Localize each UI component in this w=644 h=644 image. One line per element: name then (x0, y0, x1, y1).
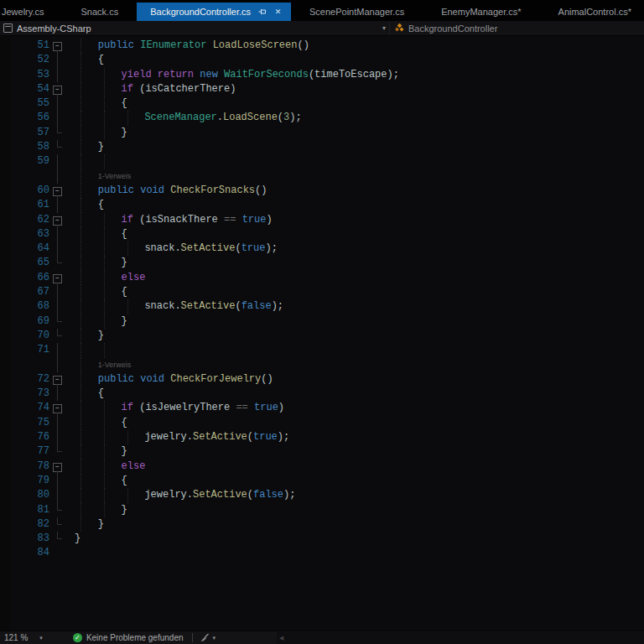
code-text: yield return new WaitForSeconds(timeToEs… (66, 68, 399, 82)
code-line: 62if (isSnackThere == true) (0, 213, 644, 227)
code-line: 73{ (0, 387, 644, 401)
code-token: == (224, 214, 236, 226)
code-line: 56SceneManager.LoadScene(3); (0, 111, 644, 125)
fold-collapse-icon[interactable] (49, 213, 66, 227)
indent-guide (104, 111, 122, 125)
tab-label: BackgroundController.cs (150, 7, 251, 17)
fold-margin (49, 329, 66, 343)
indent-guide (80, 184, 98, 198)
codelens-references-label[interactable]: 1-Verweis (98, 172, 132, 180)
code-text: snack.SetActive(true); (66, 242, 278, 256)
editor-tab[interactable]: EnemyManager.cs* (423, 3, 539, 21)
indent-guide (104, 444, 122, 459)
code-text: jewelry.SetActive(false); (66, 488, 295, 502)
line-number: 80 (11, 488, 49, 502)
fold-margin (49, 517, 66, 532)
indent-guide (104, 227, 122, 242)
editor-tab[interactable]: BackgroundController.cs✕ (137, 3, 291, 21)
fold-collapse-icon[interactable] (49, 372, 66, 387)
line-number: 75 (11, 416, 49, 430)
code-text: } (66, 444, 127, 459)
visual-studio-window: Jewelry.csSnack.csBackgroundController.c… (0, 0, 644, 644)
fold-collapse-icon[interactable] (49, 82, 66, 96)
code-token: } (75, 532, 80, 544)
line-number: 78 (11, 460, 49, 474)
code-token: () (261, 373, 273, 385)
fold-margin (49, 198, 66, 212)
pin-icon[interactable] (257, 8, 267, 17)
type-dropdown[interactable]: BackgroundController (395, 23, 497, 34)
indent-guide (104, 96, 122, 111)
code-text: } (66, 256, 127, 270)
project-dropdown[interactable]: Assembly-CSharp ▾ (0, 23, 386, 34)
line-number: 74 (11, 401, 49, 415)
code-token: (isSnackThere (133, 214, 224, 226)
close-icon[interactable]: ✕ (273, 8, 283, 17)
code-token: if (122, 83, 133, 95)
indent-guide (80, 343, 98, 357)
chevron-down-icon[interactable]: ▾ (39, 635, 43, 641)
code-text: snack.SetActive(false); (66, 299, 283, 314)
indent-guide (80, 154, 98, 169)
code-token: () (297, 39, 309, 51)
editor-tab[interactable]: ScenePointManager.cs (291, 3, 423, 21)
editor-tab[interactable]: Jewelry.cs (0, 3, 63, 21)
indent-guide (80, 213, 98, 227)
code-token: (timeToEscape); (309, 69, 399, 80)
fold-collapse-icon[interactable] (49, 39, 66, 53)
indent-guide (104, 82, 122, 96)
editor-bottom-margin: 121 % ▾ ✓ Keine Probleme gefunden ▾ ◀ (0, 631, 644, 644)
line-number: 56 (11, 111, 49, 125)
editor-tab[interactable]: AnimalControl.cs* (540, 3, 644, 21)
code-token: . (217, 112, 223, 123)
code-token: true (242, 214, 267, 226)
code-text: { (66, 285, 127, 299)
indent-guide (80, 96, 98, 111)
indent-guide (80, 271, 98, 285)
code-token: jewelry. (144, 431, 193, 443)
chevron-down-icon[interactable]: ▾ (382, 24, 386, 32)
fold-margin (49, 154, 66, 169)
code-token: ) (266, 214, 272, 226)
fold-margin (49, 285, 66, 299)
code-line: 77} (0, 444, 644, 459)
code-token: == (236, 402, 247, 413)
code-token: snack. (144, 300, 180, 312)
code-editor[interactable]: 51public IEnumerator LoadLoseScreen()52{… (0, 37, 644, 631)
code-text: { (66, 198, 104, 212)
tab-label: EnemyManager.cs* (441, 7, 521, 17)
code-token: { (98, 387, 104, 399)
code-token: } (98, 141, 104, 153)
code-text: else (66, 271, 145, 285)
line-number: 67 (11, 285, 49, 299)
line-number: 51 (11, 39, 49, 53)
horizontal-scrollbar[interactable]: ◀ (277, 632, 644, 644)
indent-guide (80, 39, 98, 53)
editor-tab[interactable]: Snack.cs (63, 3, 138, 21)
chevron-down-icon[interactable]: ▾ (213, 635, 216, 641)
scroll-left-icon[interactable]: ◀ (277, 635, 283, 641)
codelens-row: 1-Verweis (0, 358, 644, 372)
code-text: { (66, 96, 127, 111)
indent-guide (80, 416, 98, 430)
code-token: { (98, 54, 104, 65)
check-circle-icon: ✓ (73, 633, 82, 642)
code-cleanup-broom-icon[interactable] (200, 633, 210, 642)
assembly-icon (3, 23, 13, 33)
fold-collapse-icon[interactable] (49, 401, 66, 415)
indent-guide (80, 444, 98, 459)
code-token: ); (289, 112, 301, 123)
document-health-indicator[interactable]: ✓ Keine Probleme gefunden (73, 633, 184, 642)
codelens-references-label[interactable]: 1-Verweis (98, 361, 132, 369)
line-number: 81 (11, 503, 49, 517)
code-line: 61{ (0, 198, 644, 212)
fold-collapse-icon[interactable] (49, 271, 66, 285)
fold-collapse-icon[interactable] (49, 184, 66, 198)
fold-collapse-icon[interactable] (49, 460, 66, 474)
code-line: 71 (0, 343, 644, 357)
zoom-level-control[interactable]: 121 % (4, 633, 28, 642)
class-icon (395, 23, 404, 33)
tab-label: ScenePointManager.cs (309, 7, 404, 17)
line-number: 54 (11, 82, 49, 96)
line-number: 69 (11, 314, 49, 329)
